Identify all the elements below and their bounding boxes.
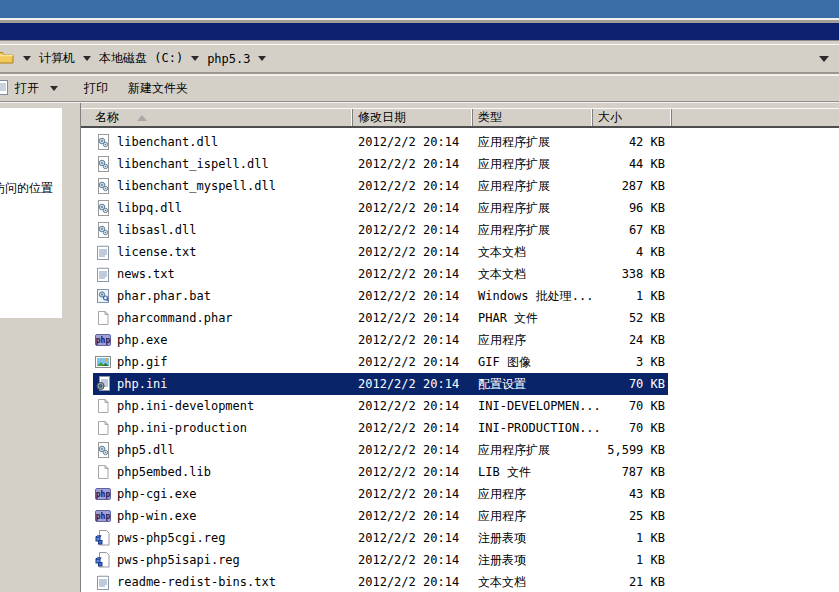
file-size: 42 KB: [593, 131, 665, 153]
file-type: 注册表项: [478, 527, 526, 549]
file-row[interactable]: phpphp-cgi.exe2012/2/2 20:14应用程序43 KB: [81, 483, 839, 505]
file-row[interactable]: phar.phar.bat2012/2/2 20:14Windows 批处理..…: [81, 285, 839, 307]
file-type: 注册表项: [478, 549, 526, 571]
image-file-icon: [95, 354, 111, 370]
file-type: INI-PRODUCTION...: [478, 417, 601, 439]
text-file-icon: [95, 266, 111, 282]
file-row[interactable]: phpphp-win.exe2012/2/2 20:14应用程序25 KB: [81, 505, 839, 527]
open-button-label: 打开: [15, 80, 39, 97]
file-row[interactable]: libsasl.dll2012/2/2 20:14应用程序扩展67 KB: [81, 219, 839, 241]
file-size: 4 KB: [593, 241, 665, 263]
chevron-down-icon[interactable]: [191, 56, 199, 61]
chevron-down-icon[interactable]: [23, 56, 31, 61]
file-row[interactable]: php.ini2012/2/2 20:14配置设置70 KB: [81, 373, 839, 395]
column-header-label: 修改日期: [358, 109, 406, 126]
file-size: 287 KB: [593, 175, 665, 197]
file-type: GIF 图像: [478, 351, 531, 373]
file-date-modified: 2012/2/2 20:14: [358, 197, 459, 219]
file-type: 文本文档: [478, 241, 526, 263]
php-app-icon: php: [95, 508, 111, 524]
file-row[interactable]: libpq.dll2012/2/2 20:14应用程序扩展96 KB: [81, 197, 839, 219]
chevron-down-icon[interactable]: [83, 56, 91, 61]
file-row[interactable]: libenchant_ispell.dll2012/2/2 20:14应用程序扩…: [81, 153, 839, 175]
file-row[interactable]: pws-php5isapi.reg2012/2/2 20:14注册表项1 KB: [81, 549, 839, 571]
blank-file-icon: [95, 464, 111, 480]
file-type: 应用程序扩展: [478, 439, 550, 461]
column-header-0[interactable]: 名称: [81, 109, 353, 126]
file-name: php-cgi.exe: [117, 483, 196, 505]
file-date-modified: 2012/2/2 20:14: [358, 395, 459, 417]
file-row[interactable]: php5embed.lib2012/2/2 20:14LIB 文件787 KB: [81, 461, 839, 483]
breadcrumb-local-disk-c[interactable]: 本地磁盘 (C:): [98, 48, 184, 69]
file-row[interactable]: php5.dll2012/2/2 20:14应用程序扩展5,599 KB: [81, 439, 839, 461]
file-size: 1 KB: [593, 549, 665, 571]
print-button[interactable]: 打印: [78, 77, 114, 100]
file-type: 应用程序扩展: [478, 175, 550, 197]
dll-file-icon: [95, 222, 111, 238]
blank-file-icon: [95, 398, 111, 414]
file-date-modified: 2012/2/2 20:14: [358, 417, 459, 439]
address-history-dropdown-icon[interactable]: [819, 56, 829, 62]
file-name: libenchant_ispell.dll: [117, 153, 269, 175]
php-app-icon: php: [95, 332, 111, 348]
file-size: 5,599 KB: [593, 439, 665, 461]
file-type: 应用程序: [478, 483, 526, 505]
file-type: LIB 文件: [478, 461, 531, 483]
file-row[interactable]: license.txt2012/2/2 20:14文本文档4 KB: [81, 241, 839, 263]
blank-file-icon: [95, 310, 111, 326]
file-row[interactable]: php.ini-development2012/2/2 20:14INI-DEV…: [81, 395, 839, 417]
file-row[interactable]: pharcommand.phar2012/2/2 20:14PHAR 文件52 …: [81, 307, 839, 329]
file-date-modified: 2012/2/2 20:14: [358, 351, 459, 373]
file-row[interactable]: pws-php5cgi.reg2012/2/2 20:14注册表项1 KB: [81, 527, 839, 549]
file-row[interactable]: php.ini-production2012/2/2 20:14INI-PROD…: [81, 417, 839, 439]
titlebar: [0, 0, 839, 18]
file-row[interactable]: news.txt2012/2/2 20:14文本文档338 KB: [81, 263, 839, 285]
breadcrumb: 计算机 本地磁盘 (C:) php5.3: [16, 48, 273, 69]
file-date-modified: 2012/2/2 20:14: [358, 131, 459, 153]
file-date-modified: 2012/2/2 20:14: [358, 285, 459, 307]
file-name: php.ini: [117, 373, 168, 395]
file-date-modified: 2012/2/2 20:14: [358, 571, 459, 592]
file-row[interactable]: phpphp.exe2012/2/2 20:14应用程序24 KB: [81, 329, 839, 351]
column-header-label: 大小: [598, 109, 622, 126]
column-header-label: 类型: [478, 109, 502, 126]
file-name: libsasl.dll: [117, 219, 196, 241]
file-name: pws-php5isapi.reg: [117, 549, 240, 571]
column-header-1[interactable]: 修改日期: [353, 109, 473, 126]
column-header-3[interactable]: 大小: [593, 109, 672, 126]
file-size: 787 KB: [593, 461, 665, 483]
breadcrumb-php53[interactable]: php5.3: [206, 50, 251, 68]
column-header-filler: [672, 109, 839, 126]
sort-ascending-icon: [137, 115, 147, 121]
file-type: 应用程序扩展: [478, 197, 550, 219]
file-date-modified: 2012/2/2 20:14: [358, 549, 459, 571]
open-dropdown-icon[interactable]: [50, 86, 58, 91]
file-date-modified: 2012/2/2 20:14: [358, 263, 459, 285]
chevron-down-icon[interactable]: [258, 56, 266, 61]
file-name: pharcommand.phar: [117, 307, 233, 329]
file-date-modified: 2012/2/2 20:14: [358, 219, 459, 241]
file-size: 70 KB: [593, 373, 665, 395]
open-button[interactable]: 打开: [9, 77, 64, 100]
file-size: 70 KB: [593, 417, 665, 439]
file-name: libenchant.dll: [117, 131, 218, 153]
file-name: libpq.dll: [117, 197, 182, 219]
file-type: 应用程序扩展: [478, 153, 550, 175]
dll-file-icon: [95, 200, 111, 216]
file-size: 25 KB: [593, 505, 665, 527]
dll-file-icon: [95, 442, 111, 458]
new-folder-button[interactable]: 新建文件夹: [122, 77, 194, 100]
file-row[interactable]: php.gif2012/2/2 20:14GIF 图像3 KB: [81, 351, 839, 373]
breadcrumb-computer[interactable]: 计算机: [38, 48, 76, 69]
file-size: 43 KB: [593, 483, 665, 505]
file-name: php.ini-production: [117, 417, 247, 439]
column-headers: 名称修改日期类型大小: [81, 108, 839, 128]
file-type: PHAR 文件: [478, 307, 538, 329]
file-size: 44 KB: [593, 153, 665, 175]
sidebar-item-recent-places[interactable]: 访问的位置: [0, 180, 53, 197]
column-header-2[interactable]: 类型: [473, 109, 593, 126]
file-row[interactable]: libenchant.dll2012/2/2 20:14应用程序扩展42 KB: [81, 131, 839, 153]
file-row[interactable]: readme-redist-bins.txt2012/2/2 20:14文本文档…: [81, 571, 839, 592]
file-row[interactable]: libenchant_myspell.dll2012/2/2 20:14应用程序…: [81, 175, 839, 197]
column-header-label: 名称: [95, 109, 119, 126]
